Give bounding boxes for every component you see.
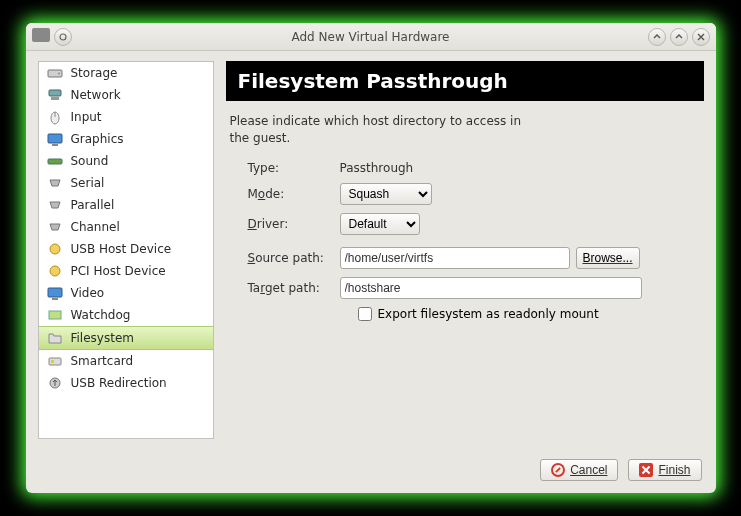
- sidebar-item-video[interactable]: Video: [39, 282, 213, 304]
- driver-label: Driver:: [230, 217, 340, 231]
- sidebar-item-graphics[interactable]: Graphics: [39, 128, 213, 150]
- sidebar-item-label: Input: [71, 110, 102, 124]
- sidebar-item-channel[interactable]: Channel: [39, 216, 213, 238]
- svg-point-10: [50, 244, 60, 254]
- type-label: Type:: [230, 161, 340, 175]
- svg-rect-9: [48, 159, 62, 164]
- sidebar-item-label: Watchdog: [71, 308, 131, 322]
- target-path-label: Target path:: [230, 281, 340, 295]
- hardware-type-sidebar: Storage Network Input Graphics Sound: [38, 61, 214, 439]
- filesystem-form: Type: Passthrough Mode: Squash Driver: D…: [226, 161, 704, 321]
- svg-rect-7: [48, 134, 62, 143]
- svg-rect-12: [48, 288, 62, 297]
- titlebar-menu-button[interactable]: [54, 28, 72, 46]
- svg-rect-14: [49, 311, 61, 319]
- sidebar-item-label: PCI Host Device: [71, 264, 166, 278]
- sidebar-item-parallel[interactable]: Parallel: [39, 194, 213, 216]
- serial-icon: [47, 175, 63, 191]
- sidebar-item-watchdog[interactable]: Watchdog: [39, 304, 213, 326]
- dialog-footer: Cancel Finish: [26, 449, 716, 493]
- usb-redirection-icon: [47, 375, 63, 391]
- sidebar-item-network[interactable]: Network: [39, 84, 213, 106]
- window-title: Add New Virtual Hardware: [26, 30, 716, 44]
- sidebar-item-label: Serial: [71, 176, 105, 190]
- main-panel: Filesystem Passthrough Please indicate w…: [226, 61, 704, 439]
- pci-icon: [47, 263, 63, 279]
- svg-rect-13: [52, 298, 58, 300]
- svg-point-0: [60, 34, 66, 40]
- cancel-icon: [551, 463, 565, 477]
- sidebar-item-label: Filesystem: [71, 331, 134, 345]
- sidebar-item-sound[interactable]: Sound: [39, 150, 213, 172]
- finish-icon: [639, 463, 653, 477]
- sidebar-item-label: Channel: [71, 220, 120, 234]
- browse-button[interactable]: Browse...: [576, 247, 640, 269]
- sidebar-item-label: USB Redirection: [71, 376, 167, 390]
- page-description: Please indicate which host directory to …: [226, 101, 526, 161]
- svg-point-11: [50, 266, 60, 276]
- svg-rect-16: [51, 360, 54, 363]
- sidebar-item-input[interactable]: Input: [39, 106, 213, 128]
- finish-button-label: Finish: [658, 463, 690, 477]
- svg-point-2: [58, 73, 60, 75]
- page-heading: Filesystem Passthrough: [226, 61, 704, 101]
- sidebar-item-usb-redirection[interactable]: USB Redirection: [39, 372, 213, 394]
- sidebar-item-label: USB Host Device: [71, 242, 172, 256]
- mode-label: Mode:: [230, 187, 340, 201]
- sidebar-item-label: Smartcard: [71, 354, 134, 368]
- sidebar-item-storage[interactable]: Storage: [39, 62, 213, 84]
- source-path-input[interactable]: [340, 247, 570, 269]
- sidebar-item-label: Parallel: [71, 198, 115, 212]
- sidebar-item-label: Graphics: [71, 132, 124, 146]
- smartcard-icon: [47, 353, 63, 369]
- network-icon: [47, 87, 63, 103]
- graphics-icon: [47, 131, 63, 147]
- channel-icon: [47, 219, 63, 235]
- cancel-button-label: Cancel: [570, 463, 607, 477]
- storage-icon: [47, 65, 63, 81]
- sidebar-item-pci-host[interactable]: PCI Host Device: [39, 260, 213, 282]
- usb-icon: [47, 241, 63, 257]
- finish-button[interactable]: Finish: [628, 459, 701, 481]
- video-icon: [47, 285, 63, 301]
- dialog-window: Add New Virtual Hardware Storage: [26, 23, 716, 493]
- readonly-checkbox[interactable]: [358, 307, 372, 321]
- sidebar-item-usb-host[interactable]: USB Host Device: [39, 238, 213, 260]
- filesystem-icon: [47, 330, 63, 346]
- mode-select[interactable]: Squash: [340, 183, 432, 205]
- svg-rect-4: [51, 97, 59, 100]
- sidebar-item-label: Sound: [71, 154, 109, 168]
- readonly-label: Export filesystem as readonly mount: [378, 307, 599, 321]
- sidebar-item-label: Storage: [71, 66, 118, 80]
- sidebar-item-filesystem[interactable]: Filesystem: [39, 326, 213, 350]
- target-path-input[interactable]: [340, 277, 642, 299]
- sidebar-item-smartcard[interactable]: Smartcard: [39, 350, 213, 372]
- maximize-button[interactable]: [670, 28, 688, 46]
- source-path-label: Source path:: [230, 251, 340, 265]
- svg-rect-15: [49, 358, 61, 365]
- close-button[interactable]: [692, 28, 710, 46]
- cancel-button[interactable]: Cancel: [540, 459, 618, 481]
- sidebar-item-serial[interactable]: Serial: [39, 172, 213, 194]
- svg-rect-8: [52, 144, 58, 146]
- sound-icon: [47, 153, 63, 169]
- type-value: Passthrough: [340, 161, 414, 175]
- sidebar-item-label: Network: [71, 88, 121, 102]
- driver-select[interactable]: Default: [340, 213, 420, 235]
- input-icon: [47, 109, 63, 125]
- titlebar: Add New Virtual Hardware: [26, 23, 716, 51]
- parallel-icon: [47, 197, 63, 213]
- minimize-button[interactable]: [648, 28, 666, 46]
- sidebar-item-label: Video: [71, 286, 105, 300]
- svg-rect-3: [49, 90, 61, 96]
- watchdog-icon: [47, 307, 63, 323]
- app-icon: [32, 28, 50, 42]
